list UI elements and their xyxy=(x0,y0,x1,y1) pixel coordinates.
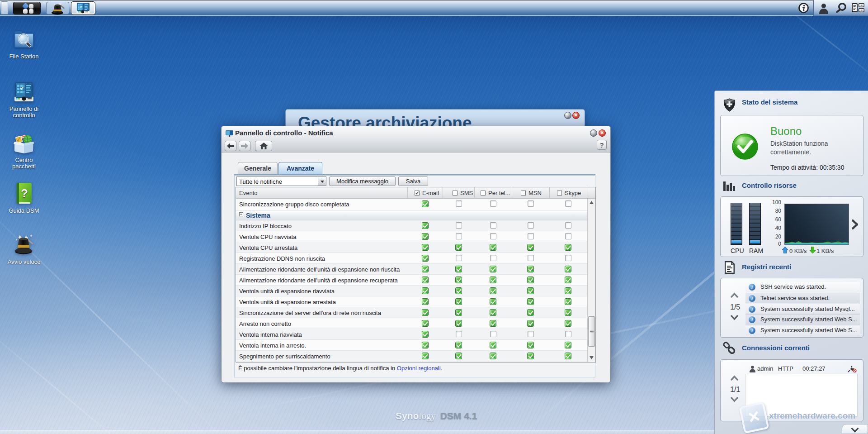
svg-text:?: ? xyxy=(21,186,28,200)
